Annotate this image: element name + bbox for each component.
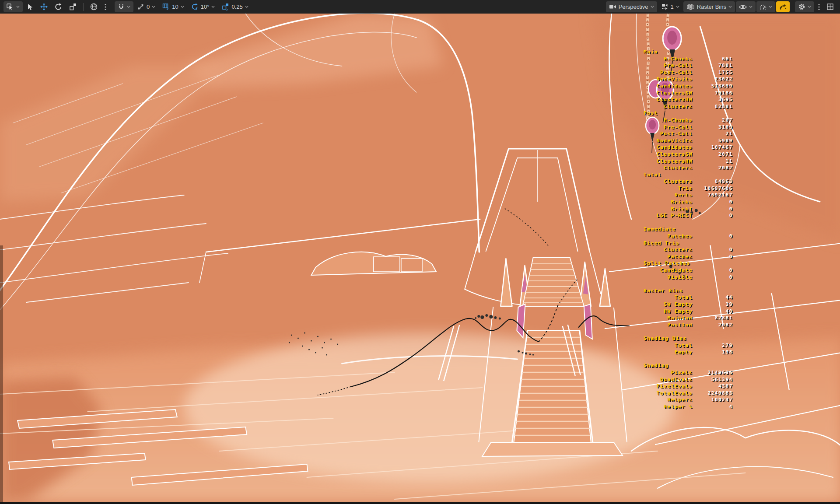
select-tool-button[interactable] [24,1,36,12]
view-mode-dropdown[interactable]: Raster Bins [683,1,735,12]
scale-snap-icon [222,3,229,10]
actor-snap-button[interactable]: 0 [134,1,158,12]
grid-snap-icon [162,3,170,10]
chevron-down-icon [16,6,20,8]
viewport-overflow-menu[interactable] [815,1,823,12]
scale-icon [69,3,77,10]
performance-dial-icon [760,4,766,10]
chevron-down-icon [749,6,752,8]
viewport-settings-button[interactable] [795,1,814,12]
select-arrow-icon [27,4,33,10]
lit-mode-button[interactable] [776,1,790,12]
camera-speed-button[interactable]: 1 [658,1,682,12]
move-tool-button[interactable] [37,1,51,12]
chevron-down-icon [181,6,184,8]
camera-speed-value: 1 [671,4,674,10]
show-flags-button[interactable] [736,1,756,12]
toolbar-left-group: 0 10 10° [4,1,252,12]
eye-icon [739,4,747,10]
perspective-dropdown[interactable]: Perspective [606,1,657,12]
camera-speed-icon [661,4,668,10]
rotate-tool-button[interactable] [52,1,65,12]
scale-tool-button[interactable] [66,1,80,12]
gear-icon [798,3,805,10]
surface-snap-magnet-icon [118,4,125,10]
viewport-toolbar: 0 10 10° [0,0,840,14]
rotate-icon [55,3,62,10]
kebab-icon [105,4,106,10]
rotation-snap-value: 10° [201,4,210,10]
chevron-down-icon [769,6,772,8]
raster-bins-icon [686,4,695,10]
toolbar-right-group: Perspective 1 Raste [606,1,836,12]
actor-snap-value: 0 [147,4,150,10]
actor-snap-icon [137,4,144,10]
surface-snap-button[interactable] [115,1,133,12]
scene-canvas[interactable] [0,14,840,502]
move-icon [40,3,48,10]
selection-mode-button[interactable] [4,1,23,12]
quad-layout-button[interactable] [824,1,836,12]
kebab-icon [818,4,820,10]
chevron-down-icon [808,6,811,8]
perspective-label: Perspective [619,4,648,10]
chevron-down-icon [728,6,732,8]
rotation-snap-button[interactable]: 10° [188,1,218,12]
grid-snap-button[interactable]: 10 [159,1,187,12]
chevron-down-icon [651,6,654,8]
grid-snap-value: 10 [172,4,178,10]
bottom-edge-bar [0,502,840,504]
chevron-down-icon [211,6,215,8]
performance-button[interactable] [756,1,775,12]
transform-overflow-menu[interactable] [102,1,109,12]
chevron-down-icon [152,6,155,8]
toolbar-separator [83,3,84,11]
scene-viewport[interactable]: MainH-Chunks661Pre-Cull7881Post-Cull1755… [0,14,840,502]
sparkle-icon [779,4,787,10]
chevron-down-icon [127,6,130,8]
view-mode-label: Raster Bins [697,4,726,10]
chevron-down-icon [245,6,248,8]
scale-snap-button[interactable]: 0.25 [219,1,251,12]
selection-mode-icon [7,4,14,10]
quad-layout-icon [827,4,833,10]
transform-space-button[interactable] [87,1,101,12]
scale-snap-value: 0.25 [231,4,242,10]
camera-icon [609,4,616,10]
chevron-down-icon [676,6,679,8]
world-space-globe-icon [90,3,98,10]
rotation-snap-icon [191,3,199,10]
